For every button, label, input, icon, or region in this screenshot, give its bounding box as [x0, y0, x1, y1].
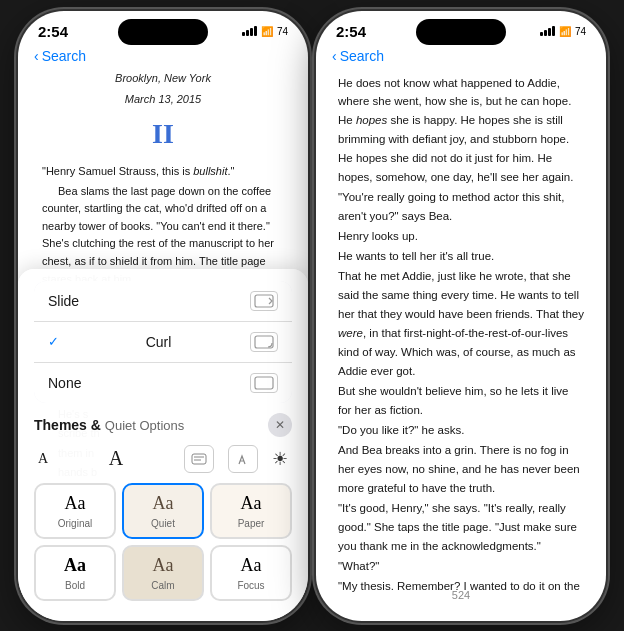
- slide-label: Slide: [48, 293, 79, 309]
- font-format-btn-1[interactable]: [184, 445, 214, 473]
- page-number: 524: [452, 589, 470, 601]
- themes-title: Themes & Quiet Options: [34, 417, 184, 433]
- read-para-9: "It's good, Henry," she says. "It's real…: [338, 499, 584, 556]
- back-button-right[interactable]: ‹ Search: [332, 48, 384, 64]
- signal-icon: [242, 26, 257, 36]
- dynamic-island: [118, 19, 208, 45]
- right-phone: 2:54 📶 74 ‹ Search: [316, 11, 606, 621]
- font-small: A: [38, 451, 48, 467]
- status-icons-left: 📶 74: [242, 26, 288, 37]
- theme-calm[interactable]: Aa Calm: [122, 545, 204, 601]
- back-label-right: Search: [340, 48, 384, 64]
- theme-quiet-label: Quiet: [151, 518, 175, 529]
- chevron-left-icon: ‹: [34, 48, 39, 64]
- left-phone: 2:54 📶 74 ‹ Search: [18, 11, 308, 621]
- read-para-8: And Bea breaks into a grin. There is no …: [338, 441, 584, 498]
- nav-bar-left: ‹ Search: [18, 44, 308, 70]
- theme-quiet-sample: Aa: [153, 493, 174, 514]
- slide-option-none[interactable]: None: [34, 363, 292, 403]
- curl-label: Curl: [146, 334, 172, 350]
- right-phone-inner: 2:54 📶 74 ‹ Search: [316, 11, 606, 621]
- theme-paper-label: Paper: [238, 518, 265, 529]
- wifi-icon: 📶: [261, 26, 273, 37]
- theme-bold-label: Bold: [65, 580, 85, 591]
- chevron-left-icon-right: ‹: [332, 48, 337, 64]
- signal-icon-right: [540, 26, 555, 36]
- theme-original[interactable]: Aa Original: [34, 483, 116, 539]
- theme-calm-sample: Aa: [153, 555, 174, 576]
- theme-paper[interactable]: Aa Paper: [210, 483, 292, 539]
- theme-focus[interactable]: Aa Focus: [210, 545, 292, 601]
- time-right: 2:54: [336, 23, 366, 40]
- status-icons-right: 📶 74: [540, 26, 586, 37]
- themes-header: Themes & Quiet Options ✕: [34, 413, 292, 437]
- battery-right: 74: [575, 26, 586, 37]
- slide-options: Slide ✓ Curl: [34, 281, 292, 403]
- read-para-3: Henry looks up.: [338, 227, 584, 246]
- check-icon: ✓: [48, 334, 59, 349]
- theme-original-sample: Aa: [65, 493, 86, 514]
- read-para-10: "What?": [338, 557, 584, 576]
- close-icon: ✕: [275, 418, 285, 432]
- read-para-6: But she wouldn't believe him, so he lets…: [338, 382, 584, 420]
- battery-left: 74: [277, 26, 288, 37]
- theme-focus-label: Focus: [237, 580, 264, 591]
- brightness-icon[interactable]: ☀: [272, 448, 288, 470]
- font-size-row: A A: [34, 445, 292, 473]
- reading-content: He does not know what happened to Addie,…: [316, 70, 606, 600]
- svg-rect-0: [255, 295, 273, 307]
- book-date: March 13, 2015: [42, 91, 284, 108]
- theme-calm-label: Calm: [151, 580, 174, 591]
- back-button-left[interactable]: ‹ Search: [34, 48, 86, 64]
- theme-bold[interactable]: Aa Bold: [34, 545, 116, 601]
- none-icon: [250, 373, 278, 393]
- para-1: "Henry Samuel Strauss, this is bullshit.…: [42, 163, 284, 181]
- overlay-panel: Slide ✓ Curl: [18, 269, 308, 621]
- nav-bar-right: ‹ Search: [316, 44, 606, 70]
- svg-rect-2: [255, 377, 273, 389]
- dynamic-island-right: [416, 19, 506, 45]
- chapter-number: II: [42, 112, 284, 155]
- close-button[interactable]: ✕: [268, 413, 292, 437]
- time-left: 2:54: [38, 23, 68, 40]
- read-para-1: He does not know what happened to Addie,…: [338, 74, 584, 188]
- svg-rect-3: [192, 454, 206, 464]
- font-large: A: [109, 447, 123, 470]
- read-para-2: "You're really going to method actor thi…: [338, 188, 584, 226]
- read-para-7: "Do you like it?" he asks.: [338, 421, 584, 440]
- read-para-4: He wants to tell her it's all true.: [338, 247, 584, 266]
- left-phone-inner: 2:54 📶 74 ‹ Search: [18, 11, 308, 621]
- font-format-btn-2[interactable]: [228, 445, 258, 473]
- theme-quiet[interactable]: Aa Quiet: [122, 483, 204, 539]
- curl-icon: [250, 332, 278, 352]
- phones-container: 2:54 📶 74 ‹ Search: [0, 0, 624, 631]
- theme-original-label: Original: [58, 518, 92, 529]
- theme-bold-sample: Aa: [64, 555, 86, 576]
- book-location: Brooklyn, New York: [42, 70, 284, 87]
- none-label: None: [48, 375, 81, 391]
- slide-icon: [250, 291, 278, 311]
- slide-option-curl[interactable]: ✓ Curl: [34, 322, 292, 363]
- theme-focus-sample: Aa: [241, 555, 262, 576]
- slide-option-slide[interactable]: Slide: [34, 281, 292, 322]
- wifi-icon-right: 📶: [559, 26, 571, 37]
- themes-grid: Aa Original Aa Quiet Aa Paper Aa Bold: [34, 483, 292, 601]
- read-para-5: That he met Addie, just like he wrote, t…: [338, 267, 584, 381]
- theme-paper-sample: Aa: [241, 493, 262, 514]
- back-label-left: Search: [42, 48, 86, 64]
- font-icons: ☀: [184, 445, 288, 473]
